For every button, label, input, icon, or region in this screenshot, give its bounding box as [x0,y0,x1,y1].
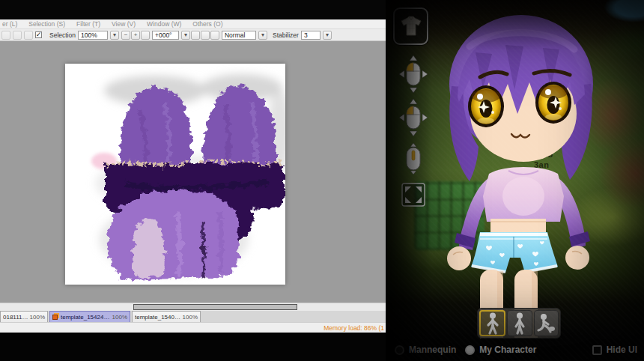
tab-zoom: 100% [30,314,45,321]
rotate-reset-button[interactable] [210,31,219,40]
selection-checkbox-label[interactable]: Selection [49,31,76,39]
layers-icon [52,315,58,320]
preview-footer: Mannequin My Character Hide UI [386,339,644,361]
selection-checkbox[interactable]: ✓ [35,31,42,38]
tab-label: 0181117_001344... [3,314,28,321]
toolbar-button[interactable] [24,31,33,40]
editor-statusbar: Memory load: 86% (1 [0,322,386,333]
menu-layer[interactable]: er (L) [2,20,17,28]
pose-sit-icon [536,312,556,336]
menu-selection[interactable]: Selection (S) [28,20,65,28]
toolbar-button[interactable] [1,31,10,40]
mannequin-label[interactable]: Mannequin [409,345,456,355]
blend-mode-select[interactable]: Normal [222,31,256,40]
menu-others[interactable]: Others (O) [192,20,222,28]
canvas-workspace [0,41,386,303]
scrollbar-thumb[interactable] [133,304,297,310]
paint-editor-window: er (L) Selection (S) Filter (T) View (V)… [0,0,386,361]
canvas-tab-active[interactable]: template_1542431... 100% [49,311,130,322]
my-character-label[interactable]: My Character [479,345,536,355]
toolbar-button[interactable] [13,31,22,40]
horizontal-scrollbar[interactable] [0,303,386,311]
mouse-wheel-zoom-icon[interactable] [399,142,428,175]
editor-toolbar: ✓ Selection 100% ▾ − + +000° ▾ Normal ▾ … [0,29,386,41]
zoom-reset-button[interactable] [141,31,150,40]
tab-label: template_1540072... [135,314,181,321]
tab-zoom: 100% [112,314,127,321]
drawing-canvas[interactable] [65,64,285,285]
camera-controls [398,55,429,208]
rotate-dropdown-button[interactable]: ▾ [181,31,190,40]
pose-button-sit[interactable] [534,310,559,336]
shirt-icon [398,15,424,37]
stabilizer-label: Stabilizer [273,31,299,39]
pose-selector [477,308,561,339]
menu-view[interactable]: View (V) [112,20,136,28]
menu-filter[interactable]: Filter (T) [76,20,100,28]
zoom-value-field[interactable]: 100% [78,31,108,40]
editor-bottom-filler [0,333,386,361]
expand-view-icon[interactable] [400,181,427,208]
pose-stand-icon [484,312,502,336]
zoom-out-button[interactable]: − [121,31,130,40]
canvas-tabbar: 0181117_001344... 100% template_1542431.… [0,311,386,322]
tab-label: template_1542431... [61,314,111,321]
editor-titlebar [0,0,386,19]
screen: er (L) Selection (S) Filter (T) View (V)… [0,0,644,361]
pose-idle-icon [511,312,529,336]
fur-texture-art [65,64,285,285]
stabilizer-value-field[interactable]: 3 [301,31,321,40]
rotation-value-field[interactable]: +000° [152,31,179,40]
mouse-pan-icon[interactable] [399,99,428,136]
editor-menubar: er (L) Selection (S) Filter (T) View (V)… [0,19,386,29]
stabilizer-dropdown-button[interactable]: ▾ [323,31,332,40]
equip-slot[interactable] [393,7,428,45]
blend-mode-dropdown-button[interactable]: ▾ [258,31,267,40]
mannequin-radio[interactable] [395,345,404,355]
menu-window[interactable]: Window (W) [147,20,181,28]
zoom-in-button[interactable]: + [131,31,140,40]
tab-zoom: 100% [183,314,198,321]
memory-load-status: Memory load: 86% (1 [323,324,384,332]
pose-button-stand[interactable] [479,310,505,336]
hide-ui-checkbox[interactable] [592,345,602,355]
zoom-dropdown-button[interactable]: ▾ [110,31,119,40]
canvas-tab[interactable]: 0181117_001344... 100% [0,311,48,322]
hide-ui-label[interactable]: Hide UI [607,345,637,355]
pose-button-idle[interactable] [507,310,532,336]
rotate-ccw-button[interactable] [191,31,200,40]
game-preview-window: 3Clb 3an [386,0,644,361]
mouse-rotate-icon[interactable] [399,55,428,93]
canvas-tab[interactable]: template_1540072... 100% [132,311,201,322]
my-character-radio[interactable] [465,345,475,355]
rotate-cw-button[interactable] [201,31,210,40]
